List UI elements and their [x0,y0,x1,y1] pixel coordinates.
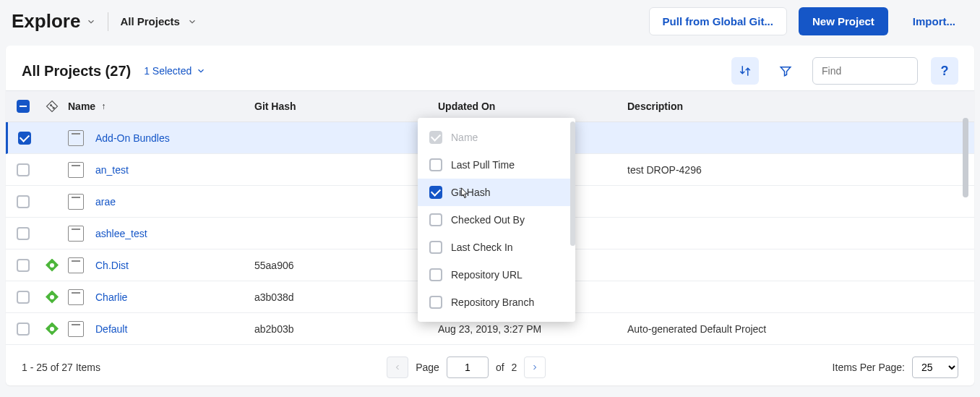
cell-githash: ab2b03b [250,323,416,335]
column-option-label: Checked Out By [451,214,525,226]
row-checkbox[interactable] [17,195,30,208]
project-link[interactable]: arae [95,196,116,208]
list-title: All Projects (27) [22,63,131,80]
filter-button[interactable] [772,57,799,85]
column-option[interactable]: Last Pull Time [418,151,575,179]
column-option-label: Repository URL [451,269,523,281]
project-icon [68,289,84,305]
row-checkbox[interactable] [17,163,30,176]
git-column-icon [46,100,59,113]
column-option-label: Last Pull Time [451,159,515,171]
filter-icon [779,64,792,77]
column-option[interactable]: Checked Out By [418,206,575,234]
list-header: All Projects (27) 1 Selected ? [6,46,974,90]
column-option-checkbox[interactable] [429,186,442,199]
git-icon [46,323,59,336]
items-range: 1 - 25 of 27 Items [22,362,100,373]
cell-githash: a3b038d [250,291,416,303]
column-option-checkbox [429,131,442,144]
search-input[interactable] [812,57,918,85]
row-checkbox[interactable] [18,132,31,145]
row-checkbox[interactable] [17,259,30,272]
sort-asc-icon: ↑ [101,101,106,111]
selected-dropdown[interactable]: 1 Selected [144,65,206,77]
pull-global-git-button[interactable]: Pull from Global Git... [649,7,787,35]
page-title-dropdown[interactable]: Explore [12,10,96,33]
main-panel: All Projects (27) 1 Selected ? Name↑ Git… [6,46,974,385]
column-option[interactable]: Repository Branch [418,289,575,316]
cell-githash: 55aa906 [250,260,416,271]
import-button[interactable]: Import... [900,8,968,35]
project-link[interactable]: ashlee_test [95,228,147,239]
sort-icon [739,64,752,77]
select-all-checkbox[interactable] [17,100,30,113]
project-icon [68,321,84,337]
column-header-name[interactable]: Name↑ [64,101,250,112]
column-option-label: Last Check In [451,242,513,253]
column-option-checkbox[interactable] [429,296,442,309]
row-checkbox[interactable] [17,291,30,304]
column-option-checkbox[interactable] [429,241,442,254]
project-icon [68,257,84,273]
row-checkbox[interactable] [17,323,30,336]
project-icon [68,130,84,146]
page-input[interactable] [447,357,489,378]
breadcrumb-label: All Projects [120,15,180,27]
column-option: Name [418,124,575,151]
row-checkbox[interactable] [17,227,30,240]
page-title: Explore [12,10,80,33]
project-link[interactable]: Ch.Dist [95,260,129,271]
project-link[interactable]: Default [95,323,127,335]
column-option-checkbox[interactable] [429,268,442,281]
column-option-checkbox[interactable] [429,158,442,171]
column-chooser-dropdown: NameLast Pull TimeGit HashChecked Out By… [418,118,575,322]
pagination: Page of 2 [387,357,546,378]
column-option-label: Repository Branch [451,296,534,308]
next-page-button[interactable] [524,357,546,378]
chevron-right-icon [530,363,539,372]
column-option[interactable]: Repository URL [418,261,575,289]
column-option[interactable]: Git Hash [418,179,575,206]
prev-page-button[interactable] [387,357,408,378]
project-icon [68,162,84,178]
cell-description: Auto-generated Default Project [611,323,974,335]
ipp-label: Items Per Page: [833,362,905,373]
help-button[interactable]: ? [931,57,958,85]
project-icon [68,194,84,210]
project-icon [68,226,84,242]
column-option-label: Name [451,132,478,143]
selected-count: 1 Selected [144,65,192,77]
dropdown-scrollbar[interactable] [570,121,575,246]
git-icon [46,259,59,272]
table-footer: 1 - 25 of 27 Items Page of 2 Items Per P… [6,346,974,385]
project-link[interactable]: Add-On Bundles [95,132,170,144]
column-header-description[interactable]: Description [611,101,974,112]
total-pages: 2 [512,362,517,373]
chevron-left-icon [393,363,402,372]
column-option-label: Git Hash [451,187,490,198]
divider [108,12,108,31]
column-option[interactable]: Last Check In [418,234,575,261]
sort-button[interactable] [731,57,759,85]
new-project-button[interactable]: New Project [799,7,888,35]
items-per-page-select[interactable]: 25 [912,357,958,378]
vertical-scrollbar[interactable] [963,118,968,197]
project-link[interactable]: an_test [95,164,129,176]
breadcrumb-dropdown[interactable]: All Projects [120,15,197,27]
of-label: of [496,362,504,373]
chevron-down-icon [86,17,96,27]
git-icon [46,291,59,304]
chevron-down-icon [196,66,206,76]
project-link[interactable]: Charlie [95,291,127,303]
column-header-updated[interactable]: Updated On [416,101,611,112]
cell-description: test DROP-4296 [611,164,974,176]
page-label: Page [416,362,439,373]
column-option-checkbox[interactable] [429,213,442,226]
chevron-down-icon [187,17,197,27]
column-header-githash[interactable]: Git Hash [250,101,416,112]
top-bar: Explore All Projects Pull from Global Gi… [0,0,980,46]
cell-updated: Aug 23, 2019, 3:27 PM [416,323,611,335]
